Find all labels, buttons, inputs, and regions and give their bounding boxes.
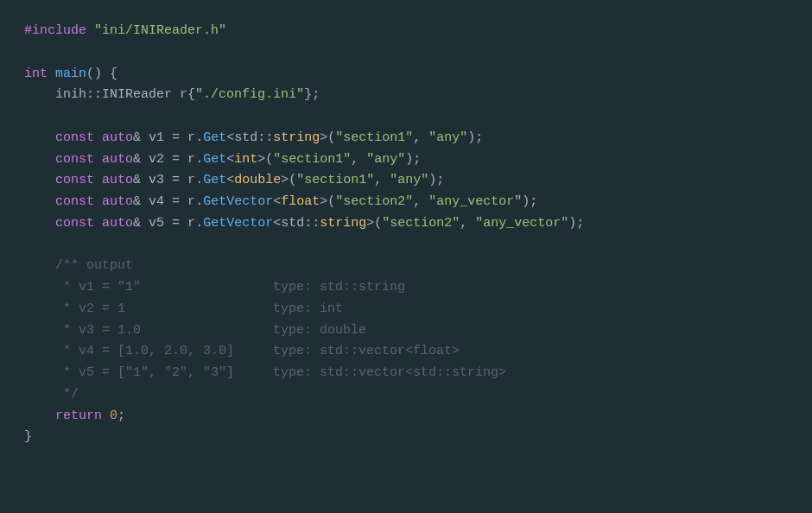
section2: "section2" (335, 194, 413, 209)
amp: & (133, 173, 141, 187)
comma: , (374, 173, 390, 187)
auto-kw: auto (102, 173, 133, 187)
dot: . (195, 194, 203, 209)
r: r (180, 216, 195, 231)
std: std (234, 130, 257, 145)
lt: < (226, 130, 234, 145)
reader-type: INIReader (102, 87, 172, 102)
semi: ; (475, 130, 483, 145)
const-kw: const (55, 130, 94, 145)
zero: 0 (110, 408, 117, 423)
amp: & (133, 194, 141, 209)
amp: & (133, 152, 141, 167)
eq: = (172, 152, 180, 167)
auto-kw: auto (102, 152, 133, 167)
v4: v4 (141, 194, 172, 209)
dot: . (195, 173, 203, 187)
gt: > (366, 216, 374, 231)
int-keyword: int (24, 66, 48, 81)
semi: ; (436, 173, 444, 187)
any: "any" (390, 173, 428, 187)
dot: . (195, 216, 203, 231)
any-vector: "any_vector" (475, 216, 568, 231)
lt: < (226, 173, 234, 187)
any-vector: "any_vector" (428, 194, 522, 209)
const-kw: const (55, 173, 94, 187)
auto-kw: auto (102, 130, 133, 145)
dbl-colon: :: (86, 87, 102, 102)
brace-close: } (304, 87, 312, 102)
namespace: inih (55, 87, 86, 102)
lt: < (273, 216, 281, 231)
rparen: ) (522, 194, 530, 209)
brace-open: { (187, 87, 195, 102)
v2: v2 (141, 152, 172, 167)
std: std (281, 216, 304, 231)
section1: "section1" (273, 152, 351, 167)
semi: ; (576, 216, 584, 231)
comma: , (460, 216, 475, 231)
rparen: ) (467, 130, 475, 145)
close-brace: } (24, 429, 32, 444)
getvector-fn: GetVector (203, 216, 273, 231)
code-block: #include "ini/INIReader.h" int main() { … (3, 3, 809, 466)
section1: "section1" (335, 130, 413, 145)
dbl-colon: :: (257, 130, 273, 145)
r: r (180, 152, 195, 167)
v3: v3 (141, 173, 172, 187)
return-kw: return (55, 408, 102, 423)
section2: "section2" (382, 216, 460, 231)
v1: v1 (141, 130, 172, 145)
eq: = (172, 194, 180, 209)
const-kw: const (55, 216, 94, 231)
r: r (180, 173, 195, 187)
lparen: ( (327, 194, 335, 209)
r: r (180, 130, 195, 145)
int-type: int (234, 152, 257, 167)
main-fn: main (55, 66, 86, 81)
rparen: ) (428, 173, 436, 187)
rparen: ) (568, 216, 576, 231)
double-type: double (234, 173, 281, 187)
float-type: float (281, 194, 320, 209)
amp: & (133, 130, 141, 145)
parens: () (86, 66, 102, 81)
include-path: "ini/INIReader.h" (94, 23, 226, 38)
getvector-fn: GetVector (203, 194, 273, 209)
output-comment: /** output * v1 = "1" type: std::string … (24, 258, 506, 402)
dot: . (195, 152, 203, 167)
semi: ; (117, 408, 125, 423)
comma: , (413, 130, 428, 145)
v5: v5 (141, 216, 172, 231)
lt: < (226, 152, 234, 167)
string-type: string (320, 216, 366, 231)
const-kw: const (55, 152, 94, 167)
lparen: ( (265, 152, 273, 167)
reader-var: r (172, 87, 187, 102)
gt: > (320, 194, 327, 209)
string-type: string (273, 130, 320, 145)
auto-kw: auto (102, 194, 133, 209)
get-fn: Get (203, 130, 226, 145)
eq: = (172, 173, 180, 187)
amp: & (133, 216, 141, 231)
lparen: ( (374, 216, 382, 231)
rparen: ) (405, 152, 413, 167)
dot: . (195, 130, 203, 145)
semi: ; (312, 87, 320, 102)
gt: > (320, 130, 327, 145)
r: r (180, 194, 195, 209)
eq: = (172, 130, 180, 145)
const-kw: const (55, 194, 94, 209)
section1: "section1" (296, 173, 374, 187)
lparen: ( (327, 130, 335, 145)
gt: > (281, 173, 289, 187)
any: "any" (428, 130, 467, 145)
include-directive: #include (24, 23, 86, 38)
semi: ; (413, 152, 421, 167)
get-fn: Get (203, 152, 226, 167)
config-path: "./config.ini" (195, 87, 304, 102)
open-brace: { (102, 66, 117, 81)
lt: < (273, 194, 281, 209)
semi: ; (530, 194, 537, 209)
